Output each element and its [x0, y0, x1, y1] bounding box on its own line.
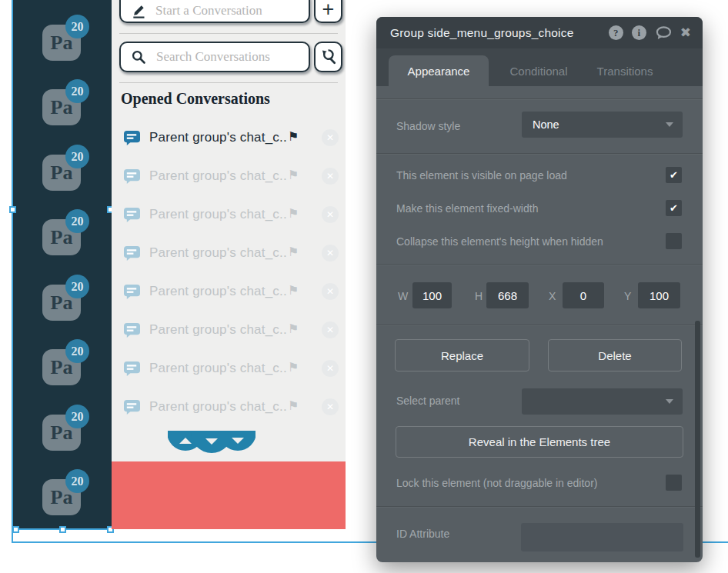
- add-conversation-button[interactable]: +: [314, 0, 342, 23]
- start-conversation-placeholder: Start a Conversation: [155, 3, 262, 18]
- group-avatar-item[interactable]: Pa 20: [42, 79, 96, 127]
- dim-label-x: X: [549, 290, 556, 302]
- advanced-search-button[interactable]: [314, 42, 342, 72]
- list-item[interactable]: Parent group's chat_c.. ⚑ ✕: [112, 242, 346, 264]
- chat-bubble-icon: [123, 130, 141, 146]
- group-side-menu-sidebar[interactable]: Pa 20 Pa 20 Pa 20 Pa 20 Pa 20 Pa 20 Pa 2…: [13, 0, 112, 529]
- flag-icon: ⚑: [288, 323, 299, 335]
- close-conversation-icon[interactable]: ✕: [322, 245, 339, 262]
- id-attribute-input[interactable]: [521, 523, 683, 551]
- close-conversation-icon[interactable]: ✕: [322, 360, 339, 377]
- dim-input-y[interactable]: 100: [638, 282, 680, 308]
- flag-icon: ⚑: [288, 131, 299, 143]
- replace-button[interactable]: Replace: [395, 339, 529, 371]
- chat-bubble-icon: [123, 168, 141, 185]
- editor-canvas: Pa 20 Pa 20 Pa 20 Pa 20 Pa 20 Pa 20 Pa 2…: [0, 0, 728, 573]
- shadow-style-dropdown[interactable]: None: [522, 112, 683, 138]
- property-inspector: Group side_menu_groups_choice ? i ✖ Appe…: [376, 17, 703, 562]
- inspector-header[interactable]: Group side_menu_groups_choice ? i ✖: [376, 17, 703, 48]
- list-item[interactable]: Parent group's chat_c.. ⚑ ✕: [112, 358, 346, 379]
- inspector-scrollbar[interactable]: [695, 321, 700, 558]
- conversation-label: Parent group's chat_c..: [149, 361, 287, 376]
- checkbox[interactable]: ✔: [666, 167, 682, 183]
- divider: [376, 264, 703, 265]
- group-avatar-item[interactable]: Pa 20: [42, 469, 96, 517]
- inspector-title: Group side_menu_groups_choice: [376, 26, 609, 40]
- chat-bubble-icon: [123, 245, 141, 262]
- compose-pencil-icon: [131, 3, 146, 18]
- chevron-down-icon: [666, 399, 673, 404]
- divider: [376, 153, 703, 154]
- list-item[interactable]: Parent group's chat_c.. ⚑ ✕: [112, 396, 346, 418]
- group-avatar-item[interactable]: Pa 20: [42, 145, 96, 192]
- delete-button[interactable]: Delete: [548, 339, 682, 371]
- unread-count-badge: 20: [65, 79, 89, 103]
- dim-label-w: W: [398, 290, 408, 302]
- list-item[interactable]: Parent group's chat_c.. ⚑ ✕: [112, 127, 346, 148]
- checkbox-label: Make this element fixed-width: [396, 202, 538, 215]
- lock-element-label: Lock this element (not draggable in edit…: [396, 477, 597, 489]
- opened-conversations-title: Opened Conversations: [121, 90, 270, 108]
- conversation-label: Parent group's chat_c..: [149, 207, 287, 222]
- close-conversation-icon[interactable]: ✕: [322, 398, 339, 415]
- red-block-element[interactable]: [112, 461, 346, 529]
- conversation-label: Parent group's chat_c..: [149, 322, 287, 338]
- unread-count-badge: 20: [65, 145, 89, 168]
- group-avatar-item[interactable]: Pa 20: [42, 275, 96, 322]
- flag-icon: ⚑: [288, 246, 299, 258]
- dim-input-w[interactable]: 100: [412, 282, 452, 308]
- flag-icon: ⚑: [288, 361, 299, 374]
- conversation-label: Parent group's chat_c..: [149, 168, 287, 184]
- select-parent-dropdown[interactable]: [522, 388, 683, 415]
- unread-count-badge: 20: [65, 275, 89, 298]
- group-avatar-item[interactable]: Pa 20: [42, 209, 96, 257]
- list-item[interactable]: Parent group's chat_c.. ⚑ ✕: [112, 204, 346, 225]
- list-item[interactable]: Parent group's chat_c.. ⚑ ✕: [112, 319, 346, 341]
- dim-input-h[interactable]: 668: [486, 282, 529, 308]
- selection-handle-mid-left[interactable]: [9, 206, 16, 213]
- inspector-tab[interactable]: Conditional: [489, 55, 589, 86]
- comment-icon[interactable]: [655, 26, 672, 40]
- dim-label-y: Y: [624, 290, 631, 302]
- flag-icon: ⚑: [288, 169, 299, 182]
- list-item[interactable]: Parent group's chat_c.. ⚑ ✕: [112, 165, 346, 187]
- close-conversation-icon[interactable]: ✕: [322, 206, 339, 223]
- chat-bubble-icon: [123, 322, 141, 338]
- checkbox[interactable]: [666, 233, 682, 249]
- dim-input-x[interactable]: 0: [563, 282, 604, 308]
- checkbox[interactable]: ✔: [666, 200, 682, 216]
- divider: [376, 506, 703, 507]
- inspector-tab[interactable]: Appearance: [389, 55, 489, 86]
- info-icon[interactable]: i: [632, 25, 646, 40]
- group-avatar-item[interactable]: Pa 20: [42, 339, 96, 387]
- inspector-tab[interactable]: Transitions: [575, 55, 675, 86]
- selection-handle-bottom-left[interactable]: [12, 526, 19, 533]
- checkbox-label: Collapse this element's height when hidd…: [396, 235, 603, 248]
- divider: [376, 98, 703, 99]
- chat-bubble-icon: [123, 207, 141, 223]
- conversation-label: Parent group's chat_c..: [149, 245, 287, 261]
- divider: [119, 33, 338, 34]
- close-icon[interactable]: ✖: [680, 26, 691, 39]
- conversation-label: Parent group's chat_c..: [149, 284, 287, 299]
- chat-bubble-icon: [123, 361, 141, 377]
- conversation-label: Parent group's chat_c..: [149, 130, 287, 145]
- close-conversation-icon[interactable]: ✕: [322, 168, 339, 185]
- group-avatar-item[interactable]: Pa 20: [42, 405, 96, 452]
- lock-element-checkbox[interactable]: [666, 475, 682, 491]
- reveal-in-elements-tree-button[interactable]: Reveal in the Elements tree: [396, 426, 683, 458]
- shadow-style-label: Shadow style: [396, 120, 460, 132]
- group-avatar-item[interactable]: Pa 20: [42, 15, 96, 62]
- search-conversations-input[interactable]: Search Conversations: [119, 42, 310, 72]
- help-icon[interactable]: ?: [609, 25, 623, 40]
- unread-count-badge: 20: [65, 339, 89, 363]
- start-conversation-input[interactable]: Start a Conversation: [119, 0, 310, 23]
- close-conversation-icon[interactable]: ✕: [322, 129, 339, 146]
- list-item[interactable]: Parent group's chat_c.. ⚑ ✕: [112, 281, 346, 302]
- unread-count-badge: 20: [65, 209, 89, 233]
- search-refresh-icon: [320, 48, 337, 65]
- scroll-scallop-buttons[interactable]: [168, 431, 255, 454]
- close-conversation-icon[interactable]: ✕: [322, 321, 339, 338]
- selection-handle-bottom-mid[interactable]: [59, 526, 66, 533]
- close-conversation-icon[interactable]: ✕: [322, 283, 339, 300]
